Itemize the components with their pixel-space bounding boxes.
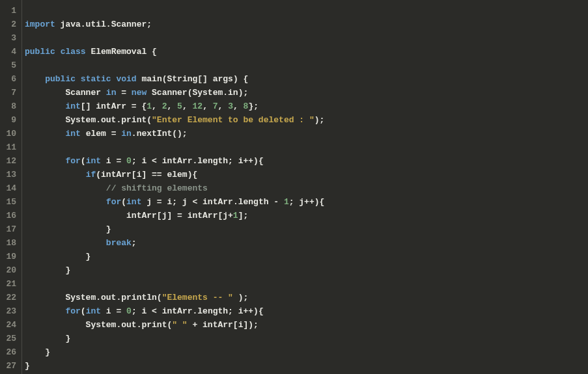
line-number: 27 [3, 359, 16, 373]
line-number: 19 [3, 250, 16, 263]
code-line: } [25, 359, 324, 373]
code-line [25, 31, 324, 45]
code-area[interactable]: import java.util.Scanner;public class El… [22, 0, 324, 374]
code-line: } [25, 345, 324, 359]
code-line: import java.util.Scanner; [25, 18, 324, 31]
code-line: int[] intArr = {1, 2, 5, 12, 7, 3, 8}; [25, 100, 324, 113]
code-line: public class ElemRemoval { [25, 45, 324, 59]
code-line: for(int i = 0; i < intArr.length; i++){ [25, 154, 324, 168]
line-number: 15 [3, 195, 16, 209]
line-number: 25 [3, 332, 16, 345]
code-line: } [25, 250, 324, 263]
code-line: break; [25, 236, 324, 250]
line-number: 17 [3, 222, 16, 236]
line-number: 21 [3, 277, 16, 291]
line-number: 4 [3, 45, 16, 59]
code-line: if(intArr[i] == elem){ [25, 168, 324, 181]
line-number: 13 [3, 168, 16, 181]
line-number: 26 [3, 345, 16, 359]
code-line: int elem = in.nextInt(); [25, 127, 324, 140]
line-number: 5 [3, 59, 16, 72]
line-number: 14 [3, 181, 16, 195]
line-number: 10 [3, 127, 16, 140]
code-line: System.out.print(" " + intArr[i]); [25, 318, 324, 332]
code-line [25, 59, 324, 72]
code-line: } [25, 263, 324, 277]
line-number: 2 [3, 18, 16, 31]
line-number: 11 [3, 140, 16, 154]
line-number: 8 [3, 100, 16, 113]
code-line: intArr[j] = intArr[j+1]; [25, 209, 324, 222]
code-line: for(int j = i; j < intArr.length - 1; j+… [25, 195, 324, 209]
code-editor: 1234567891011121314151617181920212223242… [0, 0, 588, 374]
line-number: 24 [3, 318, 16, 332]
line-number-gutter: 1234567891011121314151617181920212223242… [0, 0, 22, 374]
line-number: 16 [3, 209, 16, 222]
line-number: 12 [3, 154, 16, 168]
line-number: 6 [3, 72, 16, 86]
code-line [25, 277, 324, 291]
line-number: 20 [3, 263, 16, 277]
code-line: } [25, 222, 324, 236]
line-number: 3 [3, 31, 16, 45]
line-number: 1 [3, 4, 16, 18]
code-line: } [25, 332, 324, 345]
code-line: System.out.print("Enter Element to be de… [25, 113, 324, 127]
line-number: 22 [3, 291, 16, 304]
code-line [25, 140, 324, 154]
line-number: 18 [3, 236, 16, 250]
code-line [25, 4, 324, 18]
code-line: for(int i = 0; i < intArr.length; i++){ [25, 304, 324, 318]
line-number: 7 [3, 86, 16, 100]
line-number: 9 [3, 113, 16, 127]
line-number: 23 [3, 304, 16, 318]
code-line: System.out.println("Elements -- " ); [25, 291, 324, 304]
code-line: public static void main(String[] args) { [25, 72, 324, 86]
code-line: Scanner in = new Scanner(System.in); [25, 86, 324, 100]
code-line: // shifting elements [25, 181, 324, 195]
